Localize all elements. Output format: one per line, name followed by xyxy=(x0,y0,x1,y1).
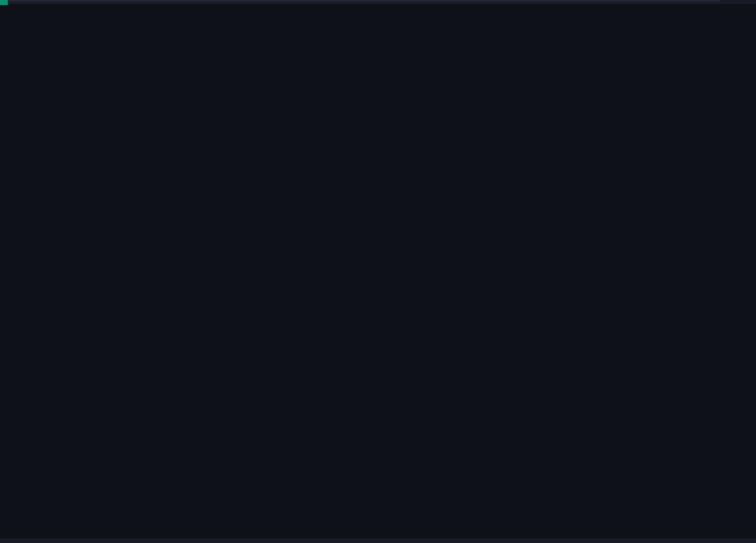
indicator-lines xyxy=(0,0,756,543)
panel-separator[interactable] xyxy=(0,0,720,2)
symbol-tag xyxy=(0,0,8,5)
chart-window xyxy=(0,0,756,543)
hand-drawn-annotations xyxy=(0,0,756,543)
time-axis-bar[interactable] xyxy=(0,539,756,543)
